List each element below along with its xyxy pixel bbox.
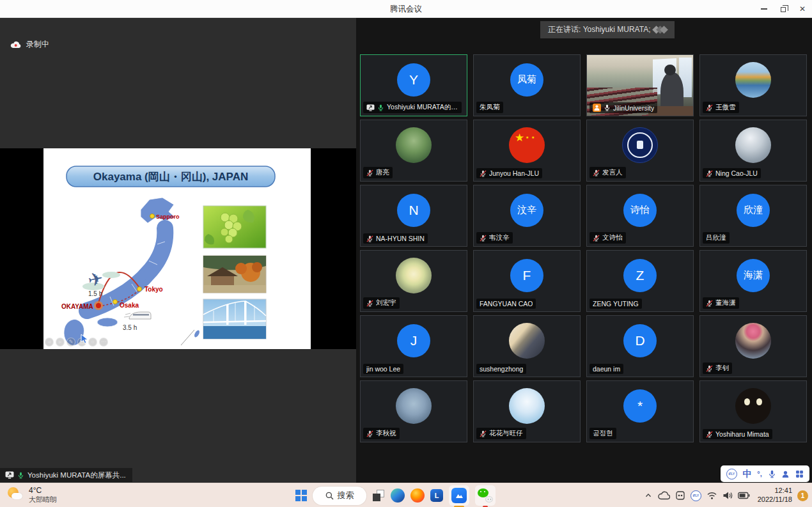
photo-grapes bbox=[203, 206, 266, 248]
ime-toolbar[interactable]: iFLY 中 °, bbox=[721, 465, 809, 482]
mic-muted-icon bbox=[706, 104, 713, 111]
next-slide-icon[interactable]: ▹ bbox=[56, 338, 65, 347]
participant-tile[interactable]: 诗怡文诗怡 bbox=[586, 185, 694, 247]
window-title: 腾讯会议 bbox=[0, 0, 812, 18]
participant-tile[interactable]: 李秋祝 bbox=[360, 380, 467, 442]
participant-tile[interactable]: ZZENG YUTING bbox=[586, 250, 694, 312]
participant-name-label: Yoshiyuki MURATA的屏幕共... bbox=[363, 102, 462, 113]
participant-tile[interactable]: 刘宏宇 bbox=[360, 250, 467, 312]
clock-date: 2022/11/18 bbox=[758, 495, 792, 504]
participant-tile[interactable]: JilinUniversity bbox=[586, 54, 694, 116]
share-banner[interactable]: Yoshiyuki MURATA的屏幕共... bbox=[0, 468, 132, 482]
mic-muted-icon bbox=[480, 430, 487, 437]
mouse-cursor bbox=[81, 334, 89, 344]
onedrive-cloud-icon[interactable] bbox=[658, 491, 670, 500]
participant-tile[interactable]: 发言人 bbox=[586, 120, 694, 182]
svg-text:✈: ✈ bbox=[86, 268, 105, 290]
participant-name-label: ZENG YUTING bbox=[589, 299, 642, 309]
participant-tile[interactable]: 海潇董海潇 bbox=[699, 250, 807, 312]
share-stage: Okayama (岡山・冈山), JAPAN bbox=[0, 148, 356, 349]
start-button[interactable] bbox=[295, 490, 307, 501]
participant-name-label: 공정현 bbox=[589, 428, 616, 439]
mic-muted-icon bbox=[706, 431, 713, 438]
magnifier-icon[interactable]: ○ bbox=[88, 338, 97, 347]
participant-tile[interactable]: *공정현 bbox=[586, 380, 694, 442]
participant-tile[interactable]: 欣潼吕欣潼 bbox=[699, 185, 807, 247]
participant-tile[interactable]: 凤菊朱凤菊 bbox=[473, 54, 581, 116]
mic-muted-icon bbox=[593, 169, 600, 176]
mic-muted-icon bbox=[366, 430, 373, 437]
avatar bbox=[509, 388, 545, 424]
firefox-icon[interactable] bbox=[410, 488, 425, 503]
participant-tile[interactable]: NNA-HYUN SHIN bbox=[360, 185, 467, 247]
window-titlebar: 腾讯会议 ✕ bbox=[0, 0, 812, 18]
participant-tile[interactable]: Ning Cao-JLU bbox=[699, 120, 807, 182]
train-illustration bbox=[124, 312, 151, 319]
tray-chevron-up-icon[interactable] bbox=[644, 491, 653, 500]
photo-autumn bbox=[203, 256, 266, 293]
ime-language-toggle[interactable]: 中 bbox=[743, 469, 752, 478]
participant-tile[interactable]: Yoshiharu Mimata bbox=[699, 380, 807, 442]
recording-label: 录制中 bbox=[26, 39, 49, 50]
taskbar-center: 搜索 L bbox=[295, 483, 496, 507]
wechat-taskbar-button[interactable] bbox=[475, 485, 496, 506]
avatar bbox=[735, 127, 771, 163]
tray-clock[interactable]: 12:41 2022/11/18 bbox=[758, 487, 792, 504]
city-label-sapporo: Sapporo bbox=[156, 214, 180, 220]
mic-muted-icon bbox=[593, 235, 600, 242]
ifly-logo-icon[interactable]: iFLY bbox=[726, 469, 737, 480]
participant-name-label: 文诗怡 bbox=[589, 232, 626, 244]
avatar bbox=[396, 127, 432, 163]
participant-tile[interactable]: FFANGYUAN CAO bbox=[473, 250, 581, 312]
participant-tile[interactable]: 李钊 bbox=[699, 315, 807, 377]
task-view-button[interactable] bbox=[372, 489, 385, 502]
participant-tile[interactable]: YYoshiyuki MURATA的屏幕共... bbox=[360, 54, 467, 116]
flight-time-label: 1.5 h bbox=[88, 290, 102, 297]
wifi-icon[interactable] bbox=[707, 491, 717, 500]
participant-name-label: jin woo Lee bbox=[363, 364, 403, 374]
ime-mic-icon[interactable] bbox=[768, 470, 776, 478]
participant-name-label: 发言人 bbox=[589, 167, 626, 178]
participant-tile[interactable]: Jjin woo Lee bbox=[360, 315, 467, 377]
tencent-meeting-icon bbox=[451, 488, 467, 503]
prev-slide-icon[interactable]: ◃ bbox=[45, 338, 54, 347]
participant-tile[interactable]: sushengzhong bbox=[473, 315, 581, 377]
participant-tile[interactable]: 花花与旺仔 bbox=[473, 380, 581, 442]
japan-map bbox=[64, 198, 201, 345]
participant-tile[interactable]: Junyou Han-JLU bbox=[473, 120, 581, 182]
participant-tile[interactable]: 王傲雪 bbox=[699, 54, 807, 116]
search-box[interactable]: 搜索 bbox=[313, 487, 366, 505]
ime-user-icon[interactable] bbox=[781, 470, 790, 478]
ifly-tray-icon[interactable]: iFLY bbox=[691, 490, 701, 501]
participant-tile[interactable]: 汶辛韦汶辛 bbox=[473, 185, 581, 247]
avatar bbox=[622, 127, 658, 163]
ime-punctuation-toggle[interactable]: °, bbox=[757, 471, 761, 478]
notification-badge[interactable]: 1 bbox=[797, 490, 808, 501]
more-icon[interactable]: ⋯ bbox=[99, 338, 108, 347]
close-button[interactable]: ✕ bbox=[793, 0, 812, 18]
ime-panel-icon[interactable] bbox=[795, 470, 804, 478]
photo-bridge bbox=[203, 299, 266, 339]
avatar: 海潇 bbox=[737, 259, 770, 292]
participant-name-label: FANGYUAN CAO bbox=[476, 299, 536, 309]
participant-tile[interactable]: Ddaeun im bbox=[586, 315, 694, 377]
mic-muted-icon bbox=[480, 235, 487, 242]
lenovo-manager-icon[interactable]: L bbox=[430, 489, 443, 502]
tencent-meeting-taskbar-button[interactable] bbox=[449, 485, 469, 506]
avatar: 诗怡 bbox=[623, 194, 657, 227]
slide-nav-controls: ◃▹✎▢○⋯ bbox=[45, 338, 108, 347]
remote-app-icon[interactable] bbox=[675, 490, 685, 501]
shared-screen-pane: 录制中 bbox=[0, 18, 356, 483]
restore-button[interactable] bbox=[774, 0, 793, 18]
participant-tile[interactable]: 唐亮 bbox=[360, 120, 467, 182]
edge-icon[interactable] bbox=[391, 488, 405, 503]
minimize-button[interactable] bbox=[754, 0, 774, 18]
mic-muted-icon bbox=[706, 170, 713, 177]
minimize-icon bbox=[761, 8, 767, 9]
mic-muted-icon bbox=[706, 300, 713, 307]
volume-icon[interactable] bbox=[722, 491, 733, 500]
weather-widget[interactable]: 4°C 大部晴朗 bbox=[8, 486, 57, 504]
restore-icon bbox=[781, 7, 786, 12]
annotate-icon[interactable]: ✎ bbox=[66, 338, 75, 347]
battery-icon[interactable] bbox=[738, 492, 750, 499]
